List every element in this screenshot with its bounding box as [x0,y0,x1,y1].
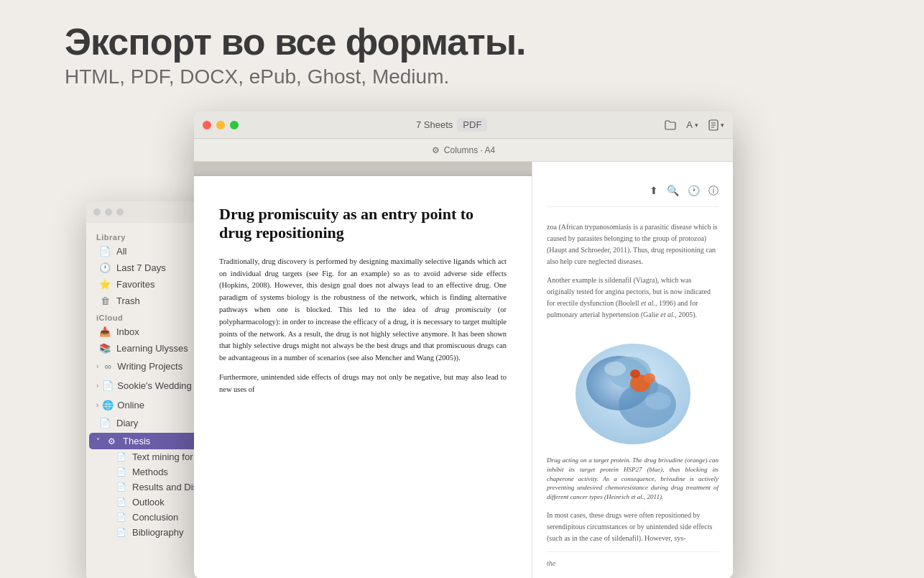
doc-icon: 📄 [102,380,114,391]
methods-label: Methods [132,467,168,477]
document-heading: Drug promiscuity as an entry point to dr… [219,205,507,243]
sidebar-favorites-label: Favorites [116,279,154,290]
writing-projects-label: Writing Projects [117,361,183,372]
app-window: 7 Sheets PDF A ▾ ▾ [194,111,733,578]
search-icon[interactable]: 🔍 [667,183,679,199]
protein-figure [565,329,701,451]
chevron-right-icon2: › [96,382,98,390]
format-dropdown[interactable]: PDF [457,118,487,132]
document-page: Drug promiscuity as an entry point to dr… [194,176,532,578]
svg-point-12 [604,362,626,376]
sidebar-trash-label: Trash [116,295,140,306]
right-col-para-2: Another example is sildenafil (Viagra), … [547,275,719,321]
sidebar-tl-3 [116,208,124,216]
conclusion-label: Conclusion [132,512,178,523]
sookies-wedding-label: Sookie's Wedding [117,380,191,391]
export-button[interactable]: ▾ [708,119,724,131]
sheets-count: 7 Sheets [416,119,453,130]
right-edge-line1: the [547,558,719,569]
titlebar: 7 Sheets PDF A ▾ ▾ [194,111,733,139]
doc-icon-outlook: 📄 [116,497,126,507]
sidebar-tl-1 [93,208,101,216]
book-icon: 📚 [99,343,111,354]
inbox-icon: 📥 [99,326,111,337]
svg-point-11 [630,370,640,378]
main-heading: Экспорт во все форматы. [65,22,526,63]
sidebar-inbox-label: Inbox [116,326,139,337]
bibliography-label: Bibliography [132,527,184,538]
diary-icon: 📄 [99,418,111,428]
infinity-icon: ∞ [102,361,114,372]
folder-button[interactable] [665,120,676,130]
doc-icon-methods: 📄 [116,467,126,477]
svg-point-10 [644,373,655,383]
sidebar-tl-2 [105,208,112,216]
paragraph-2: Furthermore, unintended side effects of … [219,372,507,396]
clock-icon: 🕐 [99,262,111,273]
textmining-label: Text mining for di [132,451,203,462]
all-icon: 📄 [99,246,111,257]
share-icon[interactable]: ⬆ [650,183,658,199]
right-col-para-1: zoa (African trypanosomiasis is a parasi… [547,221,719,267]
paragraph-1: Traditionally, drug discovery is perform… [219,256,507,364]
content-area: Drug promiscuity as an entry point to dr… [194,162,733,578]
sidebar-last7-label: Last 7 Days [116,262,166,273]
document-body: Traditionally, drug discovery is perform… [219,256,507,396]
figure-caption: Drug acting on a target protein. The dru… [547,456,719,501]
main-subheading: HTML, PDF, DOCX, ePub, Ghost, Medium. [65,65,526,88]
trash-icon: 🗑 [99,295,111,306]
star-icon: ⭐ [99,279,111,290]
background-text-area: Экспорт во все форматы. HTML, PDF, DOCX,… [65,22,526,88]
font-button[interactable]: A ▾ [686,119,698,130]
titlebar-right: A ▾ ▾ [665,119,724,131]
document-view[interactable]: Drug promiscuity as an entry point to dr… [194,162,532,578]
toolbar: ⚙ Columns · A4 [194,139,733,162]
doc-icon-conclusion: 📄 [116,513,126,522]
history-icon[interactable]: 🕐 [688,183,700,199]
thesis-label: Thesis [123,436,150,446]
info-icon[interactable]: ⓘ [708,183,719,199]
chevron-right-icon3: › [96,401,98,409]
doc-icon-results: 📄 [116,482,126,492]
figure-container: Drug acting on a target protein. The dru… [547,329,719,501]
minimize-button[interactable] [216,121,225,129]
close-button[interactable] [203,121,211,129]
results-label: Results and Disc [132,482,203,492]
online-label: Online [117,400,144,410]
right-column: ⬆ 🔍 🕐 ⓘ zoa (African trypanosomiasis is … [532,162,733,578]
chevron-down-icon: ˅ [96,437,100,445]
sidebar-all-label: All [116,246,126,257]
diary-label: Diary [116,418,138,428]
columns-label: Columns · A4 [444,145,495,155]
thesis-gear-icon: ⚙ [106,436,117,446]
right-col-para-3: In most cases, these drugs were often re… [547,510,719,544]
gear-icon: ⚙ [432,145,440,155]
doc-icon-bibliography: 📄 [116,528,126,537]
outlook-label: Outlook [132,497,165,508]
chevron-right-icon: › [96,362,98,370]
titlebar-center: 7 Sheets PDF [416,118,487,132]
traffic-lights [203,121,239,129]
doc-icon-textmining: 📄 [116,452,126,462]
globe-icon: 🌐 [102,400,114,410]
maximize-button[interactable] [230,121,239,129]
svg-point-13 [645,393,671,410]
sidebar-learning-label: Learning Ulysses [116,343,188,354]
